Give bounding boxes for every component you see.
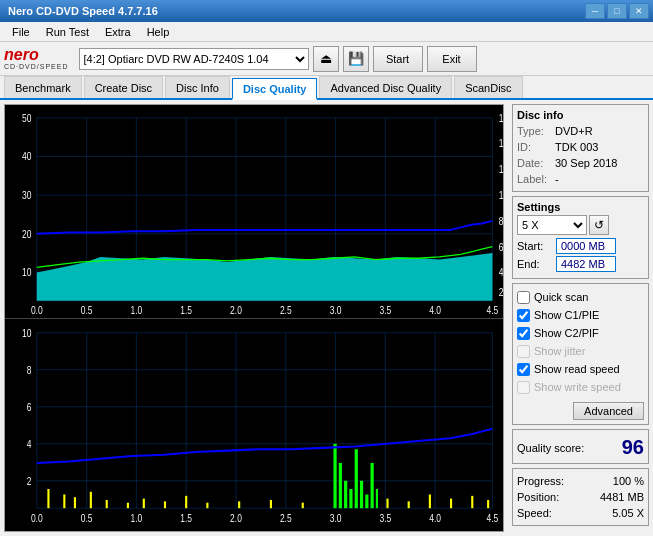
svg-text:4.5: 4.5 [487,511,499,523]
show-write-speed-checkbox[interactable] [517,381,530,394]
speed-label: Speed: [517,505,552,521]
drive-selector[interactable]: [4:2] Optiarc DVD RW AD-7240S 1.04 [79,48,309,70]
position-label: Position: [517,489,559,505]
tab-scandisc[interactable]: ScanDisc [454,76,522,98]
advanced-button[interactable]: Advanced [573,402,644,420]
menu-extra[interactable]: Extra [97,24,139,40]
menu-file[interactable]: File [4,24,38,40]
svg-rect-97 [429,494,431,508]
progress-value: 100 % [613,473,644,489]
disc-info-title: Disc info [517,109,644,121]
disc-label-row: Label: - [517,171,644,187]
save-button[interactable]: 💾 [343,46,369,72]
window-controls: ─ □ ✕ [585,3,649,19]
progress-section: Progress: 100 % Position: 4481 MB Speed:… [512,468,649,526]
progress-label: Progress: [517,473,564,489]
quality-label: Quality score: [517,442,584,454]
menu-help[interactable]: Help [139,24,178,40]
checkboxes-section: Quick scan Show C1/PIE Show C2/PIF Show … [512,283,649,425]
show-jitter-label: Show jitter [534,342,585,360]
eject-button[interactable]: ⏏ [313,46,339,72]
quality-row: Quality score: 96 [517,436,644,459]
quality-value: 96 [622,436,644,459]
show-jitter-checkbox[interactable] [517,345,530,358]
svg-text:8: 8 [27,363,32,375]
show-c1pie-checkbox[interactable] [517,309,530,322]
svg-text:2: 2 [27,474,32,486]
tab-bar: Benchmark Create Disc Disc Info Disc Qua… [0,76,653,100]
svg-text:10: 10 [499,189,503,201]
tab-benchmark[interactable]: Benchmark [4,76,82,98]
svg-rect-92 [365,494,368,508]
svg-rect-84 [270,499,272,507]
svg-text:16: 16 [499,112,503,124]
main-content: 50 40 30 20 10 16 14 12 10 8 6 4 2 0.0 0… [0,100,653,536]
show-jitter-row: Show jitter [517,342,644,360]
svg-text:2.0: 2.0 [230,304,242,316]
speed-selector[interactable]: 5 X [517,215,587,235]
speed-value: 5.05 X [612,505,644,521]
start-row: Start: [517,238,644,254]
minimize-button[interactable]: ─ [585,3,605,19]
chart-area: 50 40 30 20 10 16 14 12 10 8 6 4 2 0.0 0… [4,104,504,532]
svg-text:2: 2 [499,286,503,298]
position-value: 4481 MB [600,489,644,505]
svg-rect-93 [371,462,374,507]
tab-advanced-disc-quality[interactable]: Advanced Disc Quality [319,76,452,98]
quick-scan-checkbox[interactable] [517,291,530,304]
disc-id-label: ID: [517,139,555,155]
svg-rect-88 [344,480,347,507]
speed-row: 5 X ↺ [517,215,644,235]
title-bar: Nero CD-DVD Speed 4.7.7.16 ─ □ ✕ [0,0,653,22]
toolbar: nero CD·DVD/SPEED [4:2] Optiarc DVD RW A… [0,42,653,76]
close-button[interactable]: ✕ [629,3,649,19]
top-chart: 50 40 30 20 10 16 14 12 10 8 6 4 2 0.0 0… [5,105,503,318]
settings-section: Settings 5 X ↺ Start: End: [512,196,649,279]
show-write-speed-row: Show write speed [517,378,644,396]
progress-row: Progress: 100 % [517,473,644,489]
svg-text:50: 50 [22,112,31,124]
nero-sub: CD·DVD/SPEED [4,63,69,70]
svg-text:40: 40 [22,151,31,163]
end-field[interactable] [556,256,616,272]
start-field[interactable] [556,238,616,254]
svg-text:3.5: 3.5 [379,511,391,523]
disc-label-value: - [555,171,559,187]
maximize-button[interactable]: □ [607,3,627,19]
menu-bar: File Run Test Extra Help [0,22,653,42]
show-c1-pie-row: Show C1/PIE [517,306,644,324]
svg-rect-80 [164,501,166,508]
svg-text:4.5: 4.5 [487,304,499,316]
svg-text:1.5: 1.5 [180,304,192,316]
tab-disc-quality[interactable]: Disc Quality [232,78,318,100]
app-title: Nero CD-DVD Speed 4.7.7.16 [8,5,158,17]
end-label: End: [517,258,552,270]
show-read-speed-checkbox[interactable] [517,363,530,376]
start-button[interactable]: Start [373,46,423,72]
svg-text:14: 14 [499,138,503,150]
exit-button[interactable]: Exit [427,46,477,72]
svg-rect-95 [386,498,388,508]
refresh-button[interactable]: ↺ [589,215,609,235]
start-label: Start: [517,240,552,252]
svg-text:10: 10 [22,266,31,278]
show-c2pif-checkbox[interactable] [517,327,530,340]
svg-rect-73 [47,489,49,508]
nero-brand: nero [4,47,69,63]
svg-rect-77 [106,499,108,507]
svg-text:12: 12 [499,163,503,175]
svg-rect-90 [355,449,358,508]
svg-rect-74 [63,494,65,508]
disc-type-value: DVD+R [555,123,593,139]
quality-section: Quality score: 96 [512,429,649,464]
show-read-speed-label: Show read speed [534,360,620,378]
svg-rect-99 [471,495,473,507]
tab-disc-info[interactable]: Disc Info [165,76,230,98]
svg-text:30: 30 [22,189,31,201]
menu-run-test[interactable]: Run Test [38,24,97,40]
show-c2pif-label: Show C2/PIF [534,324,599,342]
disc-type-row: Type: DVD+R [517,123,644,139]
svg-rect-81 [185,495,187,507]
tab-create-disc[interactable]: Create Disc [84,76,163,98]
speed-row: Speed: 5.05 X [517,505,644,521]
